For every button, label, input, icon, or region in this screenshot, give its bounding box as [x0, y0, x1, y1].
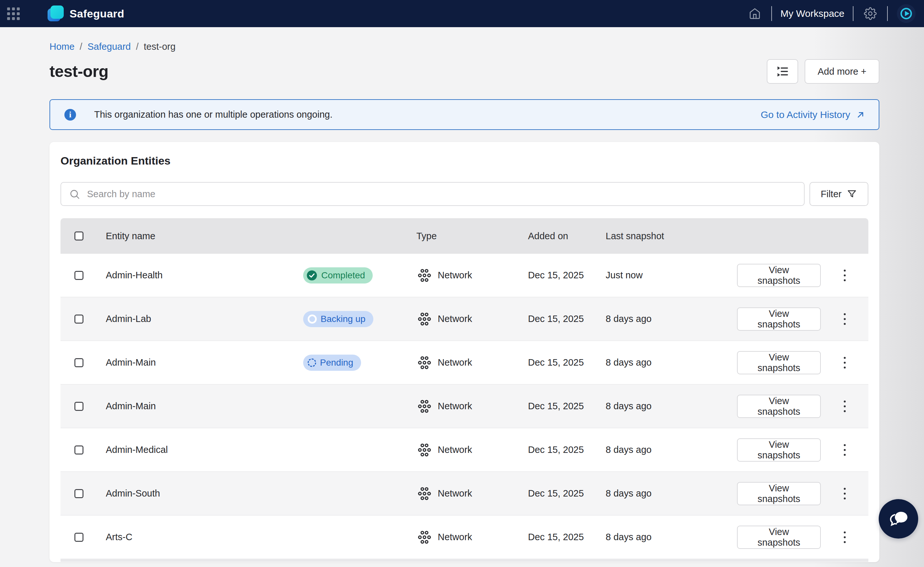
home-icon[interactable] — [747, 8, 763, 20]
entity-name: Admin-South — [93, 488, 303, 499]
breadcrumb-link[interactable]: Safeguard — [87, 41, 131, 52]
network-icon — [417, 530, 432, 545]
added-on: Dec 15, 2025 — [528, 532, 606, 542]
row-checkbox[interactable] — [74, 533, 83, 542]
filter-button[interactable]: Filter — [810, 182, 868, 206]
view-snapshots-button[interactable]: View snapshots — [737, 351, 821, 374]
status-badge: Backing up — [303, 311, 373, 327]
last-snapshot: Just now — [606, 270, 728, 280]
kebab-menu-icon[interactable] — [841, 310, 849, 328]
entity-name: Admin-Medical — [93, 444, 303, 455]
kebab-menu-icon[interactable] — [841, 354, 849, 372]
apps-grid-icon[interactable] — [7, 8, 20, 20]
added-on: Dec 15, 2025 — [528, 314, 606, 324]
row-checkbox[interactable] — [74, 489, 83, 498]
last-snapshot: 8 days ago — [606, 488, 728, 499]
kebab-menu-icon[interactable] — [841, 266, 849, 285]
network-icon — [417, 486, 432, 501]
entity-name: Arts-C — [93, 532, 303, 542]
row-checkbox[interactable] — [74, 271, 83, 280]
added-on: Dec 15, 2025 — [528, 488, 606, 499]
network-icon — [417, 312, 432, 327]
breadcrumb-current: test-org — [144, 41, 175, 52]
view-snapshots-button[interactable]: View snapshots — [737, 395, 821, 418]
search-icon — [69, 189, 80, 201]
last-snapshot: 8 days ago — [606, 444, 728, 455]
entity-type: Network — [438, 314, 472, 324]
entity-type: Network — [438, 488, 472, 499]
kebab-menu-icon[interactable] — [841, 484, 849, 502]
chat-bubbles-icon — [887, 507, 910, 530]
last-snapshot: 8 days ago — [606, 314, 728, 324]
last-snapshot: 8 days ago — [606, 532, 728, 542]
entity-type: Network — [438, 357, 472, 368]
table-row: Admin-SouthNetworkDec 15, 20258 days ago… — [60, 472, 868, 516]
view-snapshots-button[interactable]: View snapshots — [737, 482, 821, 505]
workspace-label[interactable]: My Workspace — [780, 8, 844, 19]
top-bar: Safeguard My Workspace — [0, 0, 924, 27]
pending-circle-icon — [308, 358, 316, 367]
activity-history-link[interactable]: Go to Activity History — [761, 109, 866, 120]
check-circle-icon — [306, 270, 318, 281]
gear-icon[interactable] — [862, 7, 879, 20]
table-body: Admin-HealthCompletedNetworkDec 15, 2025… — [60, 254, 868, 559]
last-snapshot: 8 days ago — [606, 357, 728, 368]
row-checkbox[interactable] — [74, 358, 83, 367]
funnel-icon — [847, 189, 857, 199]
kebab-menu-icon[interactable] — [841, 528, 849, 546]
entity-name: Admin-Lab — [93, 314, 303, 324]
added-on: Dec 15, 2025 — [528, 401, 606, 411]
search-input[interactable] — [60, 182, 805, 206]
added-on: Dec 15, 2025 — [528, 270, 606, 280]
select-all-checkbox[interactable] — [74, 231, 83, 240]
network-icon — [417, 442, 432, 458]
info-icon: i — [65, 109, 76, 121]
added-on: Dec 15, 2025 — [528, 444, 606, 455]
view-snapshots-button[interactable]: View snapshots — [737, 438, 821, 462]
user-avatar[interactable] — [897, 4, 916, 23]
banner-message: This organization has one or multiple op… — [94, 109, 333, 120]
column-header-entity-name: Entity name — [93, 231, 303, 242]
next-row-partial — [60, 559, 868, 562]
table-row: Admin-HealthCompletedNetworkDec 15, 2025… — [60, 254, 868, 297]
status-badge: Pending — [303, 355, 361, 371]
chat-button[interactable] — [879, 499, 918, 538]
kebab-menu-icon[interactable] — [841, 441, 849, 459]
row-checkbox[interactable] — [74, 315, 83, 324]
entity-type: Network — [438, 444, 472, 455]
view-snapshots-button[interactable]: View snapshots — [737, 264, 821, 287]
breadcrumb: Home/Safeguard/test-org — [50, 41, 879, 52]
row-checkbox[interactable] — [74, 446, 83, 454]
network-icon — [417, 399, 432, 414]
entity-type: Network — [438, 401, 472, 411]
add-more-button[interactable]: Add more + — [805, 59, 879, 84]
last-snapshot: 8 days ago — [606, 401, 728, 411]
main-content: Home/Safeguard/test-org test-org Add mor… — [0, 41, 924, 562]
breadcrumb-link[interactable]: Home — [50, 41, 74, 52]
external-arrow-icon — [855, 110, 866, 120]
table-row: Arts-CNetworkDec 15, 20258 days agoView … — [60, 516, 868, 559]
page-title: test-org — [50, 62, 108, 81]
kebab-menu-icon[interactable] — [841, 397, 849, 416]
spinner-icon — [308, 315, 317, 324]
list-view-button[interactable] — [767, 59, 798, 84]
view-snapshots-button[interactable]: View snapshots — [737, 308, 821, 331]
divider — [771, 6, 772, 21]
table-header: Entity name Type Added on Last snapshot — [60, 218, 868, 254]
app-name: Safeguard — [69, 8, 124, 20]
card-heading: Organization Entities — [60, 154, 868, 167]
entity-name: Admin-Main — [93, 401, 303, 411]
table-row: Admin-LabBacking upNetworkDec 15, 20258 … — [60, 297, 868, 341]
entity-name: Admin-Main — [93, 357, 303, 368]
safeguard-logo — [48, 6, 64, 22]
table-row: Admin-MainNetworkDec 15, 20258 days agoV… — [60, 385, 868, 428]
breadcrumb-separator: / — [80, 41, 82, 52]
view-snapshots-button[interactable]: View snapshots — [737, 526, 821, 549]
row-checkbox[interactable] — [74, 402, 83, 411]
column-header-last-snapshot: Last snapshot — [606, 231, 728, 242]
entities-table: Entity name Type Added on Last snapshot … — [60, 218, 868, 562]
network-icon — [417, 355, 432, 370]
activity-history-label: Go to Activity History — [761, 109, 850, 120]
added-on: Dec 15, 2025 — [528, 357, 606, 368]
network-icon — [417, 268, 432, 283]
